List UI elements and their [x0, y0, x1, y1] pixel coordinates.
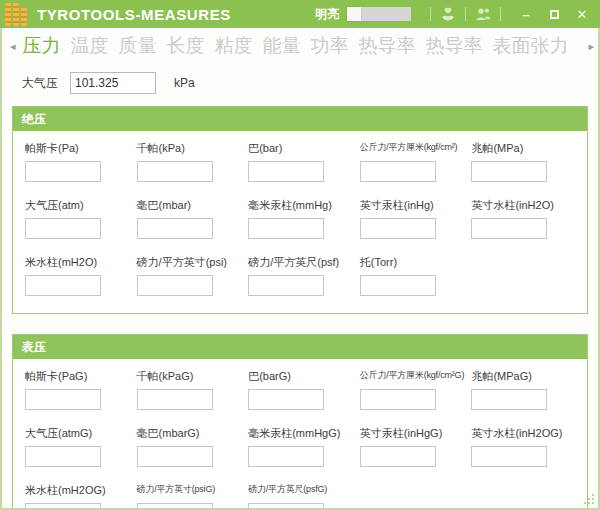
unit-field-input[interactable]: [471, 389, 547, 410]
unit-field: 巴(bar): [248, 141, 354, 185]
unit-field: 米水柱(mH2O): [25, 255, 131, 299]
hand-heart-icon[interactable]: [438, 5, 458, 23]
unit-field-label: 千帕(kPa): [137, 141, 243, 154]
maximize-button[interactable]: [544, 5, 564, 23]
users-icon[interactable]: [473, 5, 493, 23]
unit-field-label: 毫米汞柱(mmHgG): [248, 426, 354, 439]
atmospheric-pressure-label: 大气压: [22, 75, 58, 92]
slider-handle[interactable]: [347, 7, 361, 21]
unit-field-input[interactable]: [248, 218, 324, 239]
unit-field: 磅力/平方英尺(psf): [248, 255, 354, 299]
unit-field-input[interactable]: [25, 389, 101, 410]
tabs-scroll-left-icon[interactable]: ◂: [8, 40, 18, 53]
unit-field-label: 毫巴(mbarG): [137, 426, 243, 439]
separator: [500, 7, 501, 21]
separator: [465, 7, 466, 21]
unit-field-label: 帕斯卡(Pa): [25, 141, 131, 154]
tab-9[interactable]: 表面张力: [493, 33, 569, 59]
tab-1[interactable]: 温度: [71, 33, 109, 59]
section-grid: 帕斯卡(Pa) 千帕(kPa) 巴(bar) 公斤力/平方厘米(kgf/cm²)…: [13, 131, 587, 313]
unit-field-label: 大气压(atmG): [25, 426, 131, 439]
pressure-section: 绝压 帕斯卡(Pa) 千帕(kPa) 巴(bar) 公斤力/平方厘米(kgf/c…: [12, 106, 588, 314]
app-window: TYROTOOLS-MEASURES 明亮: [0, 0, 600, 510]
unit-field-input[interactable]: [137, 503, 213, 510]
atmospheric-pressure-input[interactable]: [70, 72, 156, 94]
unit-field-input[interactable]: [248, 389, 324, 410]
unit-field: 兆帕(MPaG): [471, 369, 577, 413]
minimize-button[interactable]: –: [516, 5, 536, 23]
tab-8[interactable]: 热导率: [426, 33, 483, 59]
tabs-scroll-right-icon[interactable]: ▸: [586, 40, 596, 53]
unit-field-label: 英寸汞柱(inHgG): [360, 426, 466, 439]
unit-field-input[interactable]: [360, 446, 436, 467]
close-button[interactable]: ✕: [572, 5, 592, 23]
unit-field: 千帕(kPaG): [137, 369, 243, 413]
app-logo-icon: [5, 2, 29, 26]
unit-field-input[interactable]: [360, 218, 436, 239]
atmospheric-pressure-unit: kPa: [174, 76, 195, 90]
unit-field-input[interactable]: [137, 218, 213, 239]
unit-field-input[interactable]: [137, 389, 213, 410]
unit-field: 兆帕(MPa): [471, 141, 577, 185]
unit-field-label: 毫米汞柱(mmHg): [248, 198, 354, 211]
logo-bar: [5, 3, 11, 26]
unit-field: 大气压(atm): [25, 198, 131, 242]
pressure-section: 表压 帕斯卡(PaG) 千帕(kPaG) 巴(barG) 公斤力/平方厘米(kg…: [12, 334, 588, 510]
unit-field-label: 帕斯卡(PaG): [25, 369, 131, 382]
window-title: TYROTOOLS-MEASURES: [37, 6, 231, 23]
unit-field-input[interactable]: [248, 161, 324, 182]
brightness-slider[interactable]: [347, 7, 411, 21]
unit-field-input[interactable]: [25, 161, 101, 182]
unit-field-label: 磅力/平方英寸(psiG): [137, 483, 243, 496]
brightness-label: 明亮: [315, 6, 339, 23]
tab-7[interactable]: 热导率: [359, 33, 416, 59]
unit-field-label: 托(Torr): [360, 255, 466, 268]
unit-field: 毫米汞柱(mmHg): [248, 198, 354, 242]
tab-3[interactable]: 长度: [167, 33, 205, 59]
unit-field: 巴(barG): [248, 369, 354, 413]
unit-field-label: 磅力/平方英寸(psi): [137, 255, 243, 268]
unit-field-label: 千帕(kPaG): [137, 369, 243, 382]
unit-field-input[interactable]: [137, 161, 213, 182]
unit-field-input[interactable]: [137, 446, 213, 467]
unit-field-input[interactable]: [25, 503, 101, 510]
section-grid: 帕斯卡(PaG) 千帕(kPaG) 巴(barG) 公斤力/平方厘米(kgf/c…: [13, 359, 587, 510]
unit-field: 毫米汞柱(mmHgG): [248, 426, 354, 470]
unit-field-input[interactable]: [25, 446, 101, 467]
unit-field-input[interactable]: [248, 275, 324, 296]
unit-field-input[interactable]: [471, 161, 547, 182]
unit-field-label: 英寸水柱(inH2OG): [471, 426, 577, 439]
unit-field-input[interactable]: [360, 161, 436, 182]
tab-4[interactable]: 粘度: [215, 33, 253, 59]
tab-0[interactable]: 压力: [23, 33, 61, 59]
tab-6[interactable]: 功率: [311, 33, 349, 59]
unit-field-label: 磅力/平方英尺(psfG): [248, 483, 354, 496]
tab-5[interactable]: 能量: [263, 33, 301, 59]
unit-field: 千帕(kPa): [137, 141, 243, 185]
unit-field: 英寸水柱(inH2OG): [471, 426, 577, 470]
unit-field: 磅力/平方英寸(psi): [137, 255, 243, 299]
unit-field: 托(Torr): [360, 255, 466, 299]
maximize-icon: [550, 10, 559, 19]
section-header: 表压: [13, 335, 587, 359]
unit-field-input[interactable]: [248, 503, 324, 510]
unit-field-input[interactable]: [360, 275, 436, 296]
unit-field-input[interactable]: [25, 275, 101, 296]
unit-field: 英寸汞柱(inHgG): [360, 426, 466, 470]
unit-field-input[interactable]: [360, 389, 436, 410]
resize-grip[interactable]: [583, 493, 595, 505]
unit-field-label: 磅力/平方英尺(psf): [248, 255, 354, 268]
unit-field-input[interactable]: [248, 446, 324, 467]
titlebar: TYROTOOLS-MEASURES 明亮: [0, 0, 600, 28]
unit-field-label: 米水柱(mH2O): [25, 255, 131, 268]
tab-2[interactable]: 质量: [119, 33, 157, 59]
unit-field-input[interactable]: [471, 218, 547, 239]
unit-field-label: 毫巴(mbar): [137, 198, 243, 211]
unit-field: 英寸汞柱(inHg): [360, 198, 466, 242]
unit-field-input[interactable]: [137, 275, 213, 296]
unit-field-label: 英寸水柱(inH2O): [471, 198, 577, 211]
unit-field-input[interactable]: [471, 446, 547, 467]
unit-field-label: 米水柱(mH2OG): [25, 483, 131, 496]
window-body: ◂ 压力温度质量长度粘度能量功率热导率热导率表面张力 ▸ 大气压 kPa 绝压 …: [0, 28, 600, 510]
unit-field-input[interactable]: [25, 218, 101, 239]
